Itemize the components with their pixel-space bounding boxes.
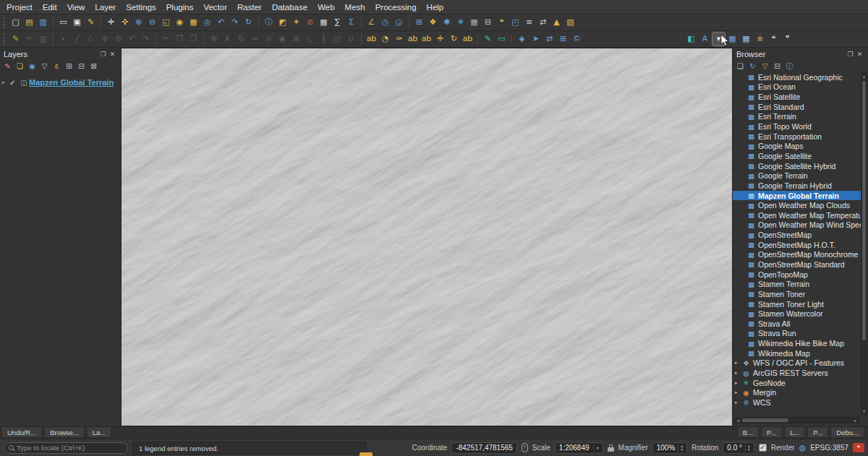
browser-item-openstreetmap-hot[interactable]: ▦ OpenStreetMap H.O.T. xyxy=(733,240,861,250)
browser-item-esri-standard[interactable]: ▦ Esri Standard xyxy=(733,102,861,112)
offset-curve-button[interactable]: ∥ xyxy=(318,33,330,46)
manage-map-themes-button[interactable]: ◉ xyxy=(27,61,38,72)
browser-item-esri-ocean[interactable]: ▦ Esri Ocean xyxy=(733,82,861,93)
save-edits-button[interactable]: ▥ xyxy=(37,33,49,46)
browser-item-esri-terrain[interactable]: ▦ Esri Terrain xyxy=(733,112,861,122)
filter-legend-button[interactable]: ▽ xyxy=(39,61,50,72)
annotation-open-button[interactable]: ❝ xyxy=(767,33,780,46)
zoom-next-button[interactable]: ↷ xyxy=(229,16,241,29)
remove-layer-button[interactable]: ⊠ xyxy=(88,61,99,72)
copy-features-button[interactable]: ❐ xyxy=(174,33,186,46)
browser-item-wikimedia-map[interactable]: ▦ Wikimedia Map xyxy=(733,348,861,358)
layer-diagram-button[interactable]: ◔ xyxy=(379,33,391,46)
toolbar-drag-handle[interactable] xyxy=(3,17,6,28)
dock-tab-debugging[interactable]: Debu... xyxy=(830,427,864,438)
filter-rows-button[interactable]: ≡ xyxy=(523,16,535,29)
menu-processing[interactable]: Processing xyxy=(370,1,422,13)
vertex-tool-active-button[interactable]: ✣ xyxy=(112,33,124,46)
rotate-label-button[interactable]: ↻ xyxy=(448,33,460,46)
browser-item-google-satellite[interactable]: ▦ Google Satellite xyxy=(733,151,861,161)
chevron-right-icon[interactable]: ▸ xyxy=(2,79,9,85)
dock-tab-browser[interactable]: B... xyxy=(737,427,759,438)
python-console-button[interactable]: ❖ xyxy=(427,16,439,29)
add-selected-layers-button[interactable]: ❏ xyxy=(735,61,746,72)
browser-item-owm-clouds[interactable]: ▦ Open Weather Map Clouds xyxy=(733,200,861,210)
add-part-button[interactable]: ⊕ xyxy=(290,33,302,46)
lock-icon[interactable] xyxy=(608,447,614,452)
mouse-extents-icon[interactable] xyxy=(522,443,528,452)
rotate-feature-button[interactable]: ↻ xyxy=(235,33,247,46)
menu-database[interactable]: Database xyxy=(267,1,312,13)
show-hide-labels-button[interactable]: ab xyxy=(420,33,433,46)
browser-item-strava-all[interactable]: ▦ Strava All xyxy=(733,319,861,329)
cut-features-button[interactable]: ✂ xyxy=(160,33,172,46)
text-annotation-button[interactable]: ✎ xyxy=(482,33,494,46)
browser-item-google-maps[interactable]: ▦ Google Maps xyxy=(733,141,861,151)
browser-item-wikimedia-hike-bike-map[interactable]: ▦ Wikimedia Hike Bike Map xyxy=(733,338,861,348)
highlight-labels-button[interactable]: ab xyxy=(407,33,419,46)
decoration-button[interactable]: ◈ xyxy=(516,33,528,46)
scrollbar-thumb[interactable] xyxy=(862,81,866,340)
processing-toolbox-button[interactable]: ✳ xyxy=(454,16,467,29)
options-button[interactable]: ✱ xyxy=(441,16,453,29)
menu-project[interactable]: Project xyxy=(1,1,38,13)
simplify-feature-button[interactable]: ≈ xyxy=(249,33,261,46)
statistical-summary-button[interactable]: Σ xyxy=(345,16,357,29)
browser-item-google-satellite-hybrid[interactable]: ▦ Google Satellite Hybrid xyxy=(733,161,861,171)
add-group-button[interactable]: ❏ xyxy=(14,61,25,72)
dock-tab-processing[interactable]: P... xyxy=(761,427,782,438)
pan-map-button[interactable]: ✛ xyxy=(105,16,117,29)
browser-item-mergin[interactable]: ▸ ◉ Mergin xyxy=(733,388,861,398)
undo-button[interactable]: ↶ xyxy=(126,33,138,46)
expand-all-button[interactable]: ⊞ xyxy=(64,61,75,72)
delete-selected-button[interactable]: ✗ xyxy=(221,33,234,46)
browser-item-esri-national-geographic[interactable]: ▦ Esri National Geographic xyxy=(733,72,861,82)
close-panel-icon[interactable]: ✕ xyxy=(108,51,117,58)
browser-item-opentopomap[interactable]: ▦ OpenTopoMap xyxy=(733,270,861,280)
menu-vector[interactable]: Vector xyxy=(198,1,232,13)
zoom-in-button[interactable]: ⊕ xyxy=(132,16,145,29)
toolbar-drag-handle[interactable] xyxy=(3,34,6,45)
dock-tab-python[interactable]: P... xyxy=(807,427,828,438)
horizontal-scrollbar[interactable]: ◂ ▸ xyxy=(734,417,859,423)
open-project-button[interactable]: ▤ xyxy=(23,16,35,29)
grid-decoration-button[interactable]: ⊞ xyxy=(557,33,569,46)
browser-item-stamen-toner[interactable]: ▦ Stamen Toner xyxy=(733,289,861,299)
zoom-out-button[interactable]: ⊖ xyxy=(146,16,158,29)
coordinate-value[interactable]: -842517,4781565 xyxy=(451,442,516,454)
swap-view-button[interactable]: ⇄ xyxy=(537,16,549,29)
browser-item-esri-topo-world[interactable]: ▦ Esri Topo World xyxy=(733,121,861,132)
style-manager-button[interactable]: ✎ xyxy=(85,16,97,29)
move-feature-button[interactable]: ✜ xyxy=(208,33,220,46)
layer-name[interactable]: Mapzen Global Terrain xyxy=(29,78,114,87)
spin-down-icon[interactable]: ▾ xyxy=(748,448,750,452)
spin-down-icon[interactable]: ▾ xyxy=(681,448,683,452)
current-edits-button[interactable]: ✎ xyxy=(9,33,22,46)
identify-features-button[interactable]: ⓘ xyxy=(263,16,275,29)
merge-features-button[interactable]: ∪ xyxy=(345,33,357,46)
menu-raster[interactable]: Raster xyxy=(232,1,267,13)
pan-to-selection-button[interactable]: ✜ xyxy=(119,16,131,29)
menu-layer[interactable]: Layer xyxy=(90,1,121,13)
crs-globe-icon[interactable]: ◍ xyxy=(799,443,807,452)
log-warning-button[interactable]: ▲ xyxy=(550,16,563,29)
new-bookmark-button[interactable]: ✮ xyxy=(754,33,766,46)
zoom-to-layer-button[interactable]: ▦ xyxy=(187,16,200,29)
select-features-button[interactable]: ◩ xyxy=(276,16,289,29)
dock-tab-layers[interactable]: La... xyxy=(87,427,112,438)
dock-tab-undo-redo[interactable]: Undo/R... xyxy=(1,427,42,438)
add-ring-button[interactable]: ◎ xyxy=(263,33,275,46)
browser-item-geonode[interactable]: ▸ ✳ GeoNode xyxy=(733,378,861,388)
refresh-browser-button[interactable]: ↻ xyxy=(747,61,758,72)
annotation-close-button[interactable]: ❞ xyxy=(781,33,793,46)
attributes-grid-button[interactable]: ▦ xyxy=(468,16,480,29)
temporal-controller-button[interactable]: ◷ xyxy=(379,16,391,29)
zoom-native-button[interactable]: ◎ xyxy=(201,16,213,29)
scroll-left-icon[interactable]: ◂ xyxy=(735,418,741,423)
map-canvas[interactable] xyxy=(122,48,732,426)
float-panel-icon[interactable]: ❐ xyxy=(98,51,108,58)
move-label-button[interactable]: ✛ xyxy=(434,33,446,46)
magnifier-spinbox[interactable]: 100% ▴ ▾ xyxy=(652,442,687,454)
zoom-last-button[interactable]: ↶ xyxy=(215,16,227,29)
split-features-button[interactable]: ◫ xyxy=(331,33,344,46)
